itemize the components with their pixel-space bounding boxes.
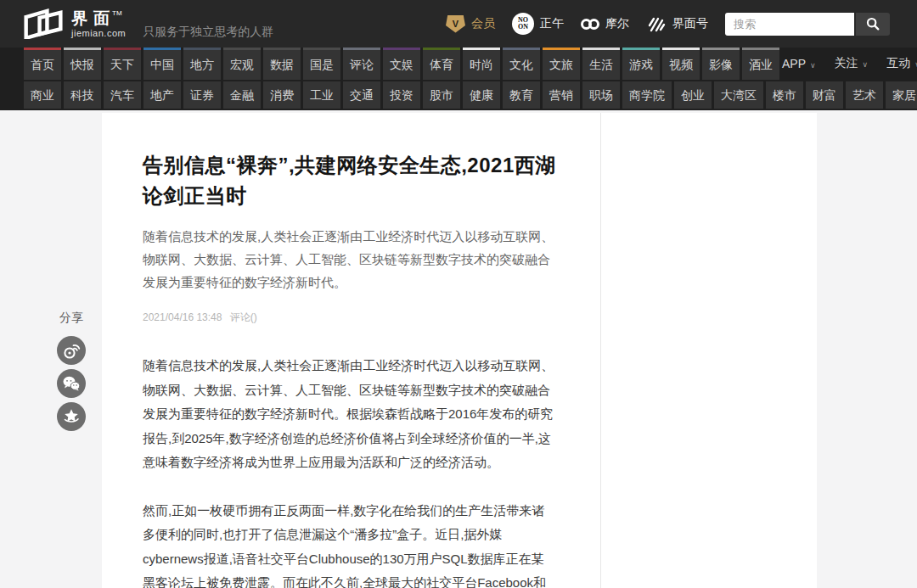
jiemianhao-hatch-icon	[646, 14, 667, 34]
nav-item[interactable]: 影像	[702, 48, 740, 80]
header-right-cluster: V 会员 NO ON 正午 摩尔	[446, 13, 917, 36]
nav-item[interactable]: 地产	[143, 81, 181, 109]
nav-item[interactable]: 宏观	[223, 48, 261, 80]
logo-domain: jiemian.com	[71, 29, 126, 38]
logo-title: 界面	[71, 9, 115, 27]
page-body: 分享	[0, 110, 917, 588]
nav-row-1-items: 首页快报天下中国地方宏观数据国是评论文娱体育时尚文化文旅生活游戏视频影像酒业	[24, 48, 782, 80]
moer-label: 摩尔	[605, 16, 629, 31]
member-label: 会员	[471, 16, 495, 31]
qzone-icon	[61, 406, 82, 427]
nav-item[interactable]: 营销	[543, 81, 580, 109]
nav-item[interactable]: 文旅	[543, 48, 580, 80]
comment-count-link[interactable]: 评论()	[230, 311, 257, 323]
nav-item[interactable]: 中国	[143, 48, 181, 80]
nav-item[interactable]: 家居	[886, 81, 917, 109]
nav-item[interactable]: 创业	[674, 81, 712, 109]
nav-item[interactable]: 股市	[423, 81, 460, 109]
browser-page: 界面TM jiemian.com 只服务于独立思考的人群 V 会员 NO ON …	[0, 0, 917, 588]
nav-link-interact[interactable]: 互动∨	[886, 56, 917, 71]
nav-item[interactable]: 金融	[223, 81, 261, 109]
article-paragraph: 然而,正如一枚硬币拥有正反两面一样,数字化在给我们的生产生活带来诸多便利的同时,…	[143, 499, 556, 588]
moer-link[interactable]: 摩尔	[581, 16, 629, 31]
site-header: 界面TM jiemian.com 只服务于独立思考的人群 V 会员 NO ON …	[0, 0, 917, 48]
jiemianhao-label: 界面号	[672, 16, 708, 31]
nav-item[interactable]: 首页	[24, 48, 61, 80]
weibo-share-button[interactable]	[57, 336, 86, 365]
search-bar	[725, 13, 890, 36]
jiemian-logo-icon	[24, 8, 63, 39]
nav-row-2: 商业科技汽车地产证券金融消费工业交通投资股市健康教育营销职场商学院创业大湾区楼市…	[24, 80, 917, 110]
search-icon	[865, 16, 880, 31]
article-date: 2021/04/16 13:48	[143, 311, 222, 323]
nav-item[interactable]: 时尚	[463, 48, 500, 80]
nav-item[interactable]: 天下	[104, 48, 141, 80]
vip-badge-icon: V	[446, 15, 465, 33]
nav-item[interactable]: 职场	[582, 81, 620, 109]
search-input[interactable]	[725, 13, 854, 36]
jiemianhao-link[interactable]: 界面号	[646, 14, 708, 34]
logo-trademark: TM	[112, 9, 122, 17]
nav-item[interactable]: 评论	[343, 48, 380, 80]
logo-text: 界面TM jiemian.com	[71, 10, 126, 38]
moer-infinity-icon	[581, 19, 599, 30]
nav-item[interactable]: 商业	[24, 81, 61, 109]
nav-row-1-right: APP∨关注∨互动∨登录	[782, 48, 917, 80]
jiemian-logo[interactable]: 界面TM jiemian.com	[24, 8, 126, 39]
nav-item[interactable]: 健康	[463, 81, 500, 109]
chevron-down-icon: ∨	[863, 60, 869, 69]
search-button[interactable]	[856, 13, 890, 36]
wechat-share-button[interactable]	[57, 369, 86, 398]
article-meta: 2021/04/16 13:48 评论()	[143, 311, 556, 325]
main-navigation: 首页快报天下中国地方宏观数据国是评论文娱体育时尚文化文旅生活游戏视频影像酒业 A…	[0, 48, 917, 110]
noon-link[interactable]: NO ON 正午	[512, 13, 564, 35]
chevron-down-icon: ∨	[810, 61, 816, 70]
article-title: 告别信息“裸奔”,共建网络安全生态,2021西湖论剑正当时	[143, 150, 556, 211]
nav-row-1: 首页快报天下中国地方宏观数据国是评论文娱体育时尚文化文旅生活游戏视频影像酒业 A…	[24, 48, 917, 80]
site-tagline: 只服务于独立思考的人群	[143, 25, 273, 48]
nav-item[interactable]: 大湾区	[714, 81, 763, 109]
nav-item[interactable]: 工业	[303, 81, 340, 109]
nav-link-follow[interactable]: 关注∨	[835, 56, 869, 71]
nav-item[interactable]: 教育	[503, 81, 540, 109]
right-sidebar	[601, 113, 817, 588]
nav-item[interactable]: 楼市	[766, 81, 803, 109]
share-rail: 分享	[53, 311, 90, 435]
nav-item[interactable]: 数据	[263, 48, 301, 80]
nav-item[interactable]: 消费	[263, 81, 301, 109]
article-paragraph: 随着信息技术的发展,人类社会正逐渐由工业经济时代迈入以移动互联网、物联网、大数据…	[143, 354, 556, 475]
article-summary: 随着信息技术的发展,人类社会正逐渐由工业经济时代迈入以移动互联网、物联网、大数据…	[143, 225, 556, 294]
weibo-icon	[61, 340, 82, 361]
member-link[interactable]: V 会员	[446, 15, 495, 33]
nav-item[interactable]: 财富	[806, 81, 843, 109]
nav-item[interactable]: 酒业	[742, 48, 779, 80]
share-label: 分享	[53, 311, 90, 326]
content-card: 告别信息“裸奔”,共建网络安全生态,2021西湖论剑正当时 随着信息技术的发展,…	[102, 113, 817, 588]
nav-item[interactable]: 科技	[64, 81, 101, 109]
nav-item[interactable]: 国是	[303, 48, 340, 80]
noon-icon: NO ON	[512, 13, 534, 35]
nav-item[interactable]: 地方	[183, 48, 221, 80]
nav-item[interactable]: 快报	[64, 48, 101, 80]
nav-link-app[interactable]: APP∨	[782, 57, 816, 70]
nav-item[interactable]: 证券	[183, 81, 221, 109]
nav-item[interactable]: 生活	[582, 48, 620, 80]
nav-item[interactable]: 汽车	[104, 81, 141, 109]
wechat-icon	[61, 373, 82, 394]
nav-item[interactable]: 商学院	[622, 81, 672, 109]
nav-item[interactable]: 文娱	[383, 48, 420, 80]
nav-item[interactable]: 体育	[423, 48, 460, 80]
nav-item[interactable]: 视频	[662, 48, 700, 80]
qzone-share-button[interactable]	[57, 402, 86, 431]
article: 告别信息“裸奔”,共建网络安全生态,2021西湖论剑正当时 随着信息技术的发展,…	[102, 113, 601, 588]
article-body: 随着信息技术的发展,人类社会正逐渐由工业经济时代迈入以移动互联网、物联网、大数据…	[143, 354, 556, 588]
noon-label: 正午	[540, 16, 564, 31]
nav-item[interactable]: 投资	[383, 81, 420, 109]
nav-item[interactable]: 文化	[503, 48, 540, 80]
nav-item[interactable]: 交通	[343, 81, 380, 109]
nav-item[interactable]: 游戏	[622, 48, 660, 80]
nav-item[interactable]: 艺术	[846, 81, 883, 109]
